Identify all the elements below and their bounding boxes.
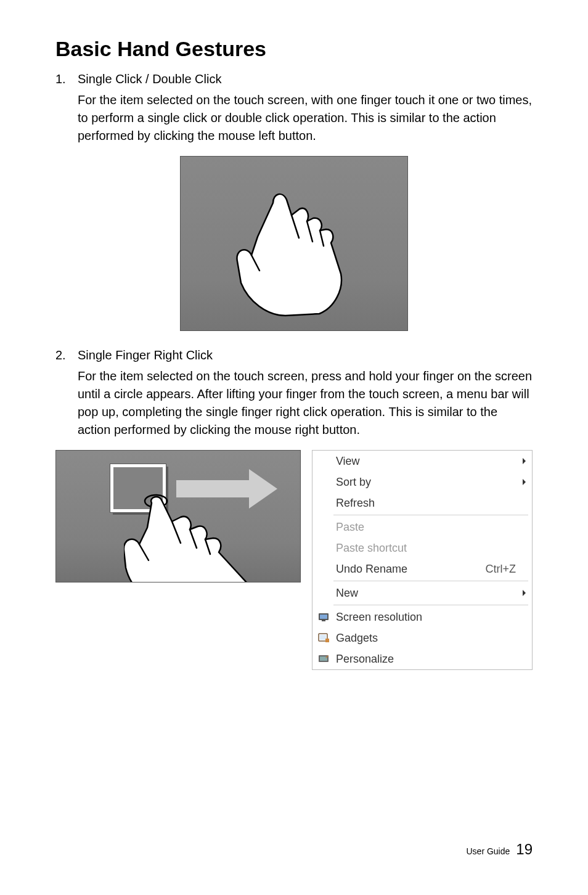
ctx-shortcut: Ctrl+Z [486,563,526,576]
ctx-label: Personalize [331,653,526,666]
ctx-item-undo-rename[interactable]: Undo Rename Ctrl+Z [312,558,532,579]
ctx-label: Gadgets [331,632,526,645]
blank-icon [316,455,331,467]
ctx-item-personalize[interactable]: Personalize [312,648,532,669]
footer-label: User Guide [466,846,510,856]
figure-right-click: View Sort by Refresh Paste Paste shortcu… [55,450,533,670]
gadgets-icon [316,632,331,644]
ctx-item-gadgets[interactable]: Gadgets [312,627,532,648]
menu-separator [333,515,528,515]
screen-resolution-icon [316,611,331,623]
svg-rect-2 [320,615,327,619]
ctx-item-view[interactable]: View [312,451,532,472]
list-title: Single Finger Right Click [78,348,213,362]
ctx-item-sortby[interactable]: Sort by [312,472,532,492]
ctx-item-paste: Paste [312,517,532,537]
svg-rect-3 [322,620,325,621]
blank-icon [316,542,331,554]
gesture-illustration-2 [55,450,301,582]
list-number: 1. [55,72,78,86]
hand-tap-icon [181,157,408,331]
gesture-illustration-1 [180,156,408,331]
list-title: Single Click / Double Click [78,72,221,86]
blank-icon [316,587,331,599]
svg-rect-5 [320,635,326,640]
section-heading: Basic Hand Gestures [55,37,533,61]
ctx-label: Refresh [331,497,526,510]
ctx-label: Undo Rename [331,563,486,576]
menu-separator [333,605,528,605]
list-item-1: 1. Single Click / Double Click [55,72,533,86]
ctx-label: View [331,455,523,468]
personalize-icon [316,653,331,665]
blank-icon [316,521,331,533]
ctx-label: Screen resolution [331,611,526,624]
list-item-2: 2. Single Finger Right Click [55,348,533,362]
list-number: 2. [55,348,78,362]
blank-icon [316,497,331,509]
ctx-label: New [331,587,523,600]
ctx-item-new[interactable]: New [312,582,532,603]
list-body-1: For the item selected on the touch scree… [78,91,533,145]
figure-single-click [55,156,533,331]
submenu-arrow-icon [523,458,526,464]
ctx-item-paste-shortcut: Paste shortcut [312,537,532,558]
ctx-label: Paste shortcut [331,542,526,555]
svg-rect-6 [325,639,329,642]
submenu-arrow-icon [523,590,526,596]
menu-separator [333,581,528,581]
page-number: 19 [516,841,533,858]
blank-icon [316,476,331,488]
ctx-label: Paste [331,521,526,534]
list-body-2: For the item selected on the touch scree… [78,367,533,439]
ctx-label: Sort by [331,476,523,489]
page-footer: User Guide 19 [466,841,533,858]
ctx-item-refresh[interactable]: Refresh [312,492,532,513]
blank-icon [316,563,331,575]
hand-hold-icon [124,494,301,582]
ctx-item-screen-resolution[interactable]: Screen resolution [312,607,532,627]
submenu-arrow-icon [523,479,526,485]
context-menu: View Sort by Refresh Paste Paste shortcu… [312,450,533,670]
